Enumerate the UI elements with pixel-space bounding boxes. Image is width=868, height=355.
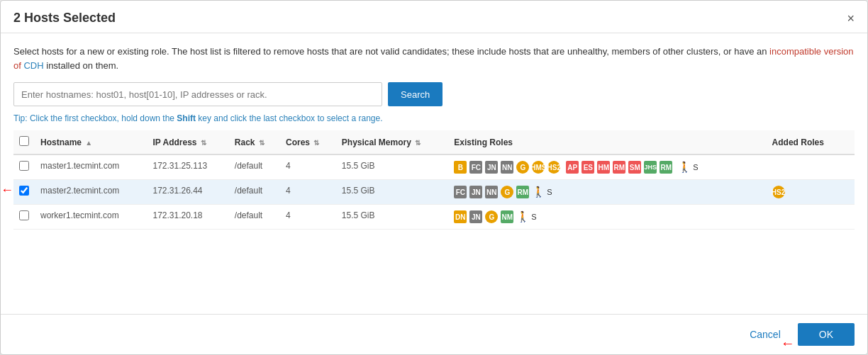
- role-badge: ES: [582, 161, 594, 174]
- select-all-header: [13, 130, 35, 154]
- tip-text: Tip: Click the first checkbox, hold down…: [13, 113, 855, 123]
- select-all-checkbox[interactable]: [19, 136, 29, 146]
- row3-hostname: worker1.tecmint.com: [35, 205, 147, 230]
- ok-button[interactable]: OK: [798, 323, 855, 346]
- role-badge: SM: [628, 161, 641, 174]
- row2-added-roles: HS2: [767, 180, 855, 205]
- search-row: Search: [13, 82, 855, 106]
- row1-hostname: master1.tecmint.com: [35, 154, 147, 180]
- role-badge: JN: [469, 210, 482, 223]
- row1-ip: 172.31.25.113: [147, 154, 228, 180]
- role-badge: B: [454, 161, 467, 174]
- modal-header: 2 Hosts Selected ×: [1, 1, 867, 33]
- row3-ip: 172.31.20.18: [147, 205, 228, 230]
- role-badge: RM: [516, 186, 529, 198]
- role-badge: FC: [454, 186, 467, 198]
- role-badge: RM: [613, 161, 625, 174]
- row2-checkbox[interactable]: [19, 186, 29, 196]
- role-badge: HMS: [532, 161, 545, 174]
- hosts-table: Hostname ▲ IP Address ⇅ Rack ⇅ Cores ⇅ P…: [13, 130, 855, 230]
- row2-rack: /default: [229, 180, 280, 205]
- role-badge: HS2: [547, 161, 560, 174]
- row2-roles: FC JN NN G RM 🚶 S: [448, 180, 766, 205]
- role-badge: HM: [597, 161, 610, 174]
- modal-title: 2 Hosts Selected: [13, 11, 116, 26]
- row2-cores: 4: [280, 180, 336, 205]
- row1-memory: 15.5 GiB: [336, 154, 448, 180]
- description-text: Select hosts for a new or existing role.…: [13, 45, 855, 72]
- role-badge: RM: [660, 161, 672, 174]
- row1-checkbox[interactable]: [19, 161, 29, 171]
- close-button[interactable]: ×: [847, 12, 855, 25]
- role-badge: G: [516, 161, 529, 174]
- hs2-added-badge: HS2: [772, 186, 785, 198]
- role-badge: G: [501, 186, 513, 198]
- highlight-text: incompatible version of: [13, 46, 854, 71]
- row3-checkbox[interactable]: [19, 210, 29, 220]
- row1-cores: 4: [280, 154, 336, 180]
- role-badge: JN: [485, 161, 498, 174]
- search-button[interactable]: Search: [388, 82, 443, 106]
- row2-ip: 172.31.26.44: [147, 180, 228, 205]
- row3-rack: /default: [229, 205, 280, 230]
- row3-cores: 4: [280, 205, 336, 230]
- role-badge: NN: [501, 161, 513, 174]
- role-badge: FC: [469, 161, 482, 174]
- rack-header: Rack ⇅: [229, 130, 280, 154]
- arrow-indicator: ←: [1, 183, 13, 198]
- role-badge: NN: [485, 186, 498, 198]
- row3-roles: DN JN G NM 🚶 S: [448, 205, 766, 230]
- ok-arrow-indicator: ←: [781, 335, 795, 351]
- role-badge: JHS: [644, 161, 657, 174]
- role-badge: NM: [501, 210, 513, 223]
- modal-footer: Cancel ← OK: [1, 314, 867, 354]
- modal: 2 Hosts Selected × Select hosts for a ne…: [0, 0, 868, 355]
- row2-memory: 15.5 GiB: [336, 180, 448, 205]
- hs2-icon: HS2: [772, 186, 785, 198]
- role-badge: JN: [469, 186, 482, 198]
- row1-rack: /default: [229, 154, 280, 180]
- modal-body: Select hosts for a new or existing role.…: [1, 33, 867, 314]
- role-badge: DN: [454, 210, 467, 223]
- row1-added-roles: [767, 154, 855, 180]
- cdh-text: CDH: [23, 60, 43, 71]
- row1-checkbox-cell: [13, 154, 35, 180]
- row3-added-roles: [767, 205, 855, 230]
- search-input[interactable]: [13, 82, 382, 106]
- row3-memory: 15.5 GiB: [336, 205, 448, 230]
- role-badge: AP: [566, 161, 579, 174]
- hostname-header: Hostname ▲: [35, 130, 147, 154]
- existing-roles-header: Existing Roles: [448, 130, 766, 154]
- role-badge: 🚶 S: [678, 161, 698, 174]
- table-row: worker1.tecmint.com 172.31.20.18 /defaul…: [13, 205, 855, 230]
- role-badge: 🚶 S: [532, 186, 552, 198]
- ip-header: IP Address ⇅: [147, 130, 228, 154]
- row2-checkbox-cell: ←: [13, 180, 35, 205]
- role-badge: G: [485, 210, 498, 223]
- memory-header: Physical Memory ⇅: [336, 130, 448, 154]
- cores-header: Cores ⇅: [280, 130, 336, 154]
- added-roles-header: Added Roles: [767, 130, 855, 154]
- row2-hostname: master2.tecmint.com: [35, 180, 147, 205]
- role-badge: 🚶 S: [516, 210, 536, 223]
- table-row: ← master2.tecmint.com 172.31.26.44 /defa…: [13, 180, 855, 205]
- row1-roles: B FC JN NN G HMS HS2 AP ES HM RM: [448, 154, 766, 180]
- table-row: master1.tecmint.com 172.31.25.113 /defau…: [13, 154, 855, 180]
- row3-checkbox-cell: [13, 205, 35, 230]
